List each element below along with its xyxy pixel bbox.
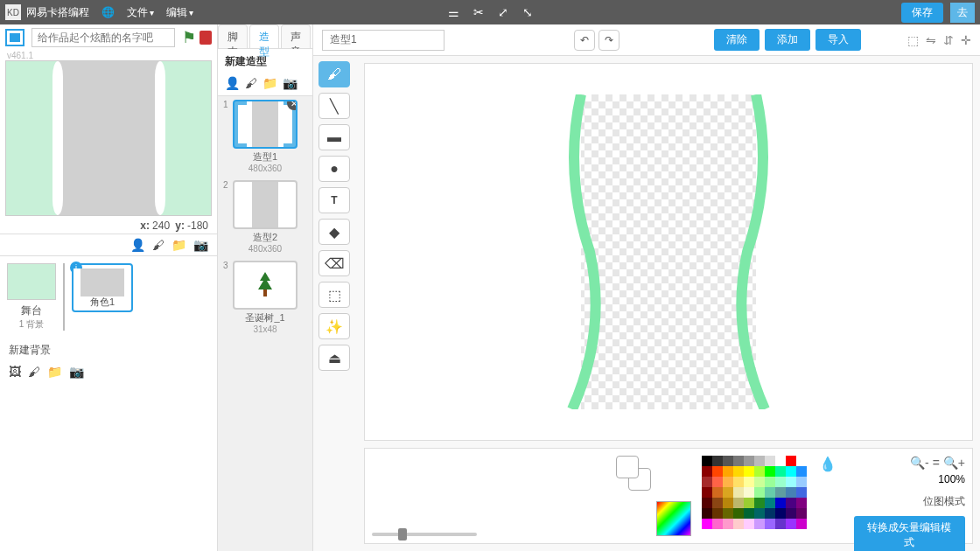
palette-cell[interactable] <box>765 508 775 519</box>
clear-button[interactable]: 清除 <box>714 29 760 51</box>
zoom-in-icon[interactable]: 🔍+ <box>943 456 965 470</box>
save-button[interactable]: 保存 <box>901 3 943 23</box>
edit-menu[interactable]: 编辑 <box>166 5 193 20</box>
ellipse-tool[interactable]: ● <box>318 156 350 182</box>
stop-icon[interactable] <box>200 31 212 45</box>
palette-cell[interactable] <box>754 456 765 466</box>
center-icon[interactable]: ✛ <box>961 33 971 47</box>
palette-cell[interactable] <box>765 487 775 498</box>
select-tool[interactable]: ⬚ <box>318 282 350 308</box>
paint-backdrop-icon[interactable]: 🖌 <box>28 365 40 379</box>
palette-cell[interactable] <box>702 487 712 498</box>
palette-cell[interactable] <box>786 456 796 466</box>
color-picker[interactable] <box>656 501 691 536</box>
palette-cell[interactable] <box>744 498 754 508</box>
palette-cell[interactable] <box>723 519 733 529</box>
palette-cell[interactable] <box>765 519 775 529</box>
palette-cell[interactable] <box>786 466 796 477</box>
palette-cell[interactable] <box>702 519 712 529</box>
brush-size-slider[interactable] <box>372 533 477 536</box>
redo-button[interactable]: ↷ <box>598 30 620 51</box>
palette-cell[interactable] <box>744 487 754 498</box>
globe-icon[interactable]: 🌐 <box>102 6 115 18</box>
palette-cell[interactable] <box>723 477 733 487</box>
palette-cell[interactable] <box>744 508 754 519</box>
upload-costume-icon[interactable]: 📁 <box>262 76 277 90</box>
zoom-out-icon[interactable]: 🔍- <box>910 456 929 470</box>
costume-thumb-3[interactable] <box>233 261 298 310</box>
foreground-swatch[interactable] <box>616 456 639 478</box>
add-button[interactable]: 添加 <box>765 29 810 51</box>
palette-cell[interactable] <box>733 487 744 498</box>
text-tool[interactable]: T <box>318 187 350 213</box>
palette-cell[interactable] <box>754 487 765 498</box>
brush-tool[interactable]: 🖌 <box>318 61 350 87</box>
tab-costumes[interactable]: 造型 <box>249 24 279 48</box>
camera-backdrop-icon[interactable]: 📷 <box>69 365 84 379</box>
palette-cell[interactable] <box>712 519 723 529</box>
palette-cell[interactable] <box>723 498 733 508</box>
green-flag-icon[interactable]: ⚑ <box>182 28 196 47</box>
palette-cell[interactable] <box>712 477 723 487</box>
fullscreen-icon[interactable] <box>5 29 24 46</box>
rect-tool[interactable]: ▬ <box>318 124 350 150</box>
costume-thumb-2[interactable] <box>233 180 298 229</box>
paint-costume-icon[interactable]: 🖌 <box>245 76 257 90</box>
line-tool[interactable]: ╲ <box>318 93 350 119</box>
palette-cell[interactable] <box>754 519 765 529</box>
palette-cell[interactable] <box>754 508 765 519</box>
palette-cell[interactable] <box>786 498 796 508</box>
fill-tool[interactable]: ◆ <box>318 219 350 245</box>
wand-tool[interactable]: ✨ <box>318 313 350 339</box>
library-costume-icon[interactable]: 👤 <box>225 76 240 90</box>
tab-sounds[interactable]: 声音 <box>281 24 311 48</box>
tab-scripts[interactable]: 脚本 <box>218 24 248 48</box>
palette-cell[interactable] <box>765 456 775 466</box>
palette-cell[interactable] <box>723 456 733 466</box>
palette-cell[interactable] <box>723 508 733 519</box>
zoom-reset-icon[interactable]: = <box>933 456 940 470</box>
costume-thumb-1[interactable]: ✕ <box>233 100 298 149</box>
palette-cell[interactable] <box>775 519 786 529</box>
palette-cell[interactable] <box>754 477 765 487</box>
shrink-icon[interactable]: ⤡ <box>522 5 533 19</box>
duplicate-icon[interactable]: ✂ <box>473 5 484 19</box>
palette-cell[interactable] <box>786 519 796 529</box>
palette-cell[interactable] <box>723 466 733 477</box>
upload-backdrop-icon[interactable]: 📁 <box>47 365 62 379</box>
eraser-tool[interactable]: ⌫ <box>318 250 350 276</box>
stage-preview[interactable] <box>5 60 212 216</box>
color-palette[interactable] <box>702 456 807 529</box>
palette-cell[interactable] <box>796 466 807 477</box>
sprite-item[interactable]: i 角色1 <box>72 263 133 312</box>
palette-cell[interactable] <box>702 508 712 519</box>
palette-cell[interactable] <box>712 508 723 519</box>
palette-cell[interactable] <box>702 477 712 487</box>
convert-mode-button[interactable]: 转换成矢量编辑模式 <box>854 516 965 551</box>
palette-cell[interactable] <box>775 508 786 519</box>
grow-icon[interactable]: ⤢ <box>498 5 508 19</box>
camera-sprite-icon[interactable]: 📷 <box>193 238 208 252</box>
crop-icon[interactable]: ⬚ <box>907 33 919 47</box>
palette-cell[interactable] <box>733 466 744 477</box>
palette-cell[interactable] <box>786 477 796 487</box>
library-backdrop-icon[interactable]: 🖼 <box>9 365 21 379</box>
palette-cell[interactable] <box>744 466 754 477</box>
palette-cell[interactable] <box>733 498 744 508</box>
palette-cell[interactable] <box>712 456 723 466</box>
palette-cell[interactable] <box>765 466 775 477</box>
palette-cell[interactable] <box>796 508 807 519</box>
import-button[interactable]: 导入 <box>816 29 861 51</box>
palette-cell[interactable] <box>796 498 807 508</box>
palette-cell[interactable] <box>765 498 775 508</box>
undo-button[interactable]: ↶ <box>574 30 595 51</box>
palette-cell[interactable] <box>796 477 807 487</box>
eyedropper-icon[interactable]: 💧 <box>819 456 836 472</box>
palette-cell[interactable] <box>702 498 712 508</box>
palette-cell[interactable] <box>775 477 786 487</box>
palette-cell[interactable] <box>702 466 712 477</box>
costume-name-input[interactable] <box>322 30 444 51</box>
file-menu[interactable]: 文件 <box>127 5 154 20</box>
palette-cell[interactable] <box>733 456 744 466</box>
library-sprite-icon[interactable]: 👤 <box>130 238 145 252</box>
